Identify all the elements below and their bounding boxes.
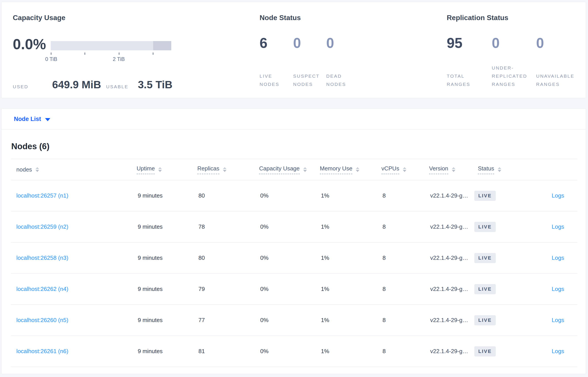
capacity-gauge-chart: 0 TiB 2 TiB [51, 39, 171, 64]
version-cell: v22.1.4-29-g… [429, 286, 474, 293]
version-cell: v22.1.4-29-g… [429, 255, 474, 261]
sort-icon [303, 167, 307, 172]
nodes-table: nodes Uptime Replicas Capacity Usage Mem… [11, 159, 577, 367]
column-header-nodes[interactable]: nodes [11, 166, 137, 173]
capacity-cell: 0% [259, 317, 320, 324]
replication-status-section: Replication Status 95 TOTAL RANGES 0 UND… [447, 2, 584, 98]
total-ranges-stat: 95 TOTAL RANGES [447, 35, 492, 88]
node-list-panel: Node List Nodes (6) nodes Uptime Replica… [1, 108, 586, 374]
replication-status-stats: 95 TOTAL RANGES 0 UNDER- REPLICATED RANG… [447, 35, 580, 88]
status-badge: LIVE [474, 315, 496, 325]
view-selector-bar: Node List [1, 109, 586, 130]
column-header-replicas[interactable]: Replicas [197, 165, 259, 174]
logs-link[interactable]: Logs [552, 348, 564, 354]
under-replicated-ranges-stat: 0 UNDER- REPLICATED RANGES [492, 35, 536, 88]
gauge-tick [153, 53, 153, 55]
suspect-nodes-label: SUSPECT NODES [293, 72, 320, 88]
node-link[interactable]: localhost:26259 (n2) [16, 223, 69, 230]
vcpus-cell: 8 [381, 286, 429, 293]
live-nodes-stat: 6 LIVE NODES [259, 35, 293, 88]
column-header-version[interactable]: Version [429, 165, 474, 174]
version-cell: v22.1.4-29-g… [429, 317, 474, 324]
dead-nodes-stat: 0 DEAD NODES [326, 35, 359, 88]
under-replicated-ranges-label: UNDER- REPLICATED RANGES [492, 64, 527, 88]
usable-label: USABLE [106, 84, 129, 89]
live-nodes-value: 6 [259, 35, 293, 50]
gauge-tick [119, 53, 119, 55]
capacity-stats-row: USED 649.9 MiB USABLE 3.5 TiB [13, 79, 172, 91]
gauge-reserved-segment [153, 41, 171, 50]
node-list-dropdown-label: Node List [14, 116, 41, 122]
used-label: USED [13, 84, 28, 89]
column-header-status[interactable]: Status [474, 165, 518, 174]
memory-cell: 1% [320, 286, 381, 293]
uptime-cell: 9 minutes [137, 348, 197, 355]
version-cell: v22.1.4-29-g… [429, 192, 474, 199]
vcpus-cell: 8 [381, 348, 429, 355]
capacity-cell: 0% [259, 223, 320, 230]
node-list-dropdown[interactable]: Node List [14, 109, 50, 130]
table-row: localhost:26259 (n2) 9 minutes 78 0% 1% … [11, 212, 577, 243]
node-status-section: Node Status 6 LIVE NODES 0 SUSPECT NODES… [259, 2, 427, 98]
node-link[interactable]: localhost:26257 (n1) [16, 192, 69, 199]
column-header-memory-use[interactable]: Memory Use [320, 165, 381, 174]
status-badge: LIVE [474, 222, 496, 232]
gauge-tick-label-0tib: 0 TiB [45, 56, 57, 62]
vcpus-cell: 8 [381, 317, 429, 324]
replicas-cell: 80 [197, 192, 259, 199]
vcpus-cell: 8 [381, 223, 429, 230]
logs-link[interactable]: Logs [552, 317, 564, 323]
table-row: localhost:26257 (n1) 9 minutes 80 0% 1% … [11, 180, 577, 212]
node-link[interactable]: localhost:26260 (n5) [16, 317, 69, 323]
node-link[interactable]: localhost:26258 (n3) [16, 255, 69, 261]
logs-link[interactable]: Logs [552, 286, 564, 292]
table-row: localhost:26260 (n5) 9 minutes 77 0% 1% … [11, 305, 577, 336]
sort-icon [158, 167, 162, 172]
replicas-cell: 78 [197, 223, 259, 230]
sort-icon [403, 167, 406, 172]
usable-value: 3.5 TiB [138, 79, 173, 91]
table-row: localhost:26262 (n4) 9 minutes 79 0% 1% … [11, 274, 577, 305]
node-link[interactable]: localhost:26261 (n6) [16, 348, 69, 354]
memory-cell: 1% [320, 255, 381, 261]
vcpus-cell: 8 [381, 192, 429, 199]
under-replicated-ranges-value: 0 [492, 35, 536, 50]
version-cell: v22.1.4-29-g… [429, 223, 474, 230]
logs-link[interactable]: Logs [552, 223, 564, 230]
memory-cell: 1% [320, 192, 381, 199]
capacity-cell: 0% [259, 286, 320, 293]
status-badge: LIVE [474, 346, 496, 356]
used-value: 649.9 MiB [52, 79, 101, 91]
version-cell: v22.1.4-29-g… [429, 348, 474, 355]
replication-status-title: Replication Status [447, 13, 508, 22]
logs-link[interactable]: Logs [552, 192, 564, 199]
sort-icon [35, 167, 39, 172]
status-badge: LIVE [474, 284, 496, 294]
capacity-cell: 0% [259, 255, 320, 261]
chevron-down-icon [45, 118, 50, 121]
suspect-nodes-stat: 0 SUSPECT NODES [293, 35, 326, 88]
node-status-stats: 6 LIVE NODES 0 SUSPECT NODES 0 DEAD NODE… [259, 35, 359, 88]
column-header-vcpus[interactable]: vCPUs [381, 165, 429, 174]
capacity-percent-value: 0.0% [13, 37, 46, 51]
uptime-cell: 9 minutes [137, 192, 197, 199]
cluster-summary-panel: Capacity Usage 0.0% 0 TiB 2 TiB USED 649… [1, 2, 586, 98]
uptime-cell: 9 minutes [137, 255, 197, 261]
column-header-uptime[interactable]: Uptime [137, 165, 197, 174]
sort-icon [356, 167, 359, 172]
uptime-cell: 9 minutes [137, 317, 197, 324]
column-header-capacity-usage[interactable]: Capacity Usage [259, 165, 320, 174]
gauge-tick [51, 53, 51, 55]
gauge-tick-label-2tib: 2 TiB [113, 56, 125, 62]
node-link[interactable]: localhost:26262 (n4) [16, 286, 69, 292]
table-header-row: nodes Uptime Replicas Capacity Usage Mem… [11, 159, 577, 180]
logs-link[interactable]: Logs [552, 255, 564, 261]
sort-icon [498, 167, 501, 172]
status-badge: LIVE [474, 253, 496, 263]
node-status-title: Node Status [259, 13, 301, 22]
capacity-cell: 0% [259, 348, 320, 355]
sort-icon [452, 167, 455, 172]
unavailable-ranges-value: 0 [536, 35, 580, 50]
unavailable-ranges-label: UNAVAILABLE RANGES [536, 72, 574, 88]
capacity-cell: 0% [259, 192, 320, 199]
